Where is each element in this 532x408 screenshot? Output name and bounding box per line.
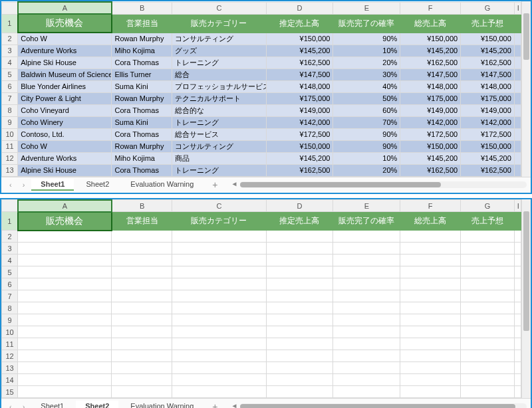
header-cell-probability[interactable]: 販売完了の確率 [333, 212, 400, 231]
cell[interactable]: ¥162,500 [266, 56, 333, 68]
cell[interactable] [112, 278, 172, 290]
cell[interactable] [514, 362, 521, 374]
horizontal-scrollbar-thumb[interactable] [240, 404, 515, 409]
cell[interactable] [18, 243, 112, 255]
cell[interactable] [514, 33, 521, 45]
hscroll-left-icon[interactable]: ◄ [231, 180, 237, 187]
cell[interactable] [461, 290, 515, 302]
cell[interactable] [514, 140, 521, 152]
header-cell-opportunity[interactable]: 販売機会 [18, 14, 112, 33]
cell[interactable] [18, 362, 112, 374]
horizontal-scrollbar-thumb[interactable] [240, 182, 440, 187]
cell[interactable] [461, 231, 515, 243]
row-header[interactable]: 8 [2, 302, 18, 314]
cell[interactable] [18, 314, 112, 326]
cell[interactable] [266, 278, 333, 290]
cell[interactable]: ¥150,000 [266, 33, 333, 45]
cell[interactable]: ¥147,500 [266, 68, 333, 80]
cell[interactable]: プロフェッショナルサービス [172, 80, 266, 92]
cell[interactable] [400, 278, 461, 290]
cell[interactable]: ¥147,500 [461, 68, 515, 80]
cell[interactable]: ¥175,000 [461, 92, 515, 104]
cell[interactable] [172, 386, 266, 398]
cell[interactable]: ¥145,200 [400, 152, 461, 164]
cell[interactable]: Miho Kojima [112, 45, 172, 56]
row-header[interactable]: 4 [2, 56, 18, 68]
cell[interactable] [400, 290, 461, 302]
cell[interactable] [18, 302, 112, 314]
cell[interactable]: ¥147,500 [400, 68, 461, 80]
row-header[interactable]: 13 [2, 362, 18, 374]
cell[interactable] [514, 266, 521, 278]
cell[interactable]: ¥150,000 [400, 33, 461, 45]
row-header[interactable]: 9 [2, 314, 18, 326]
cell[interactable] [461, 302, 515, 314]
cell[interactable] [333, 386, 400, 398]
cell[interactable] [112, 314, 172, 326]
cell[interactable] [172, 374, 266, 386]
cell[interactable]: Blue Yonder Airlines [18, 80, 112, 92]
cell[interactable] [400, 266, 461, 278]
cell[interactable] [172, 290, 266, 302]
cell[interactable] [514, 386, 521, 398]
cell[interactable] [18, 338, 112, 350]
header-cell-category[interactable]: 販売カテゴリー [172, 212, 266, 231]
cell[interactable] [172, 338, 266, 350]
cell[interactable]: トレーニング [172, 56, 266, 68]
tab-nav-next[interactable]: › [19, 403, 29, 409]
cell[interactable] [514, 255, 521, 266]
cell[interactable]: ¥145,200 [266, 45, 333, 56]
cell[interactable]: 20% [333, 56, 400, 68]
cell[interactable] [461, 338, 515, 350]
cell[interactable] [333, 374, 400, 386]
cell[interactable] [400, 243, 461, 255]
cell[interactable]: 90% [333, 33, 400, 45]
cell[interactable] [461, 326, 515, 338]
col-header-F[interactable]: F [400, 200, 461, 212]
cell[interactable] [400, 374, 461, 386]
cell[interactable]: Alpine Ski House [18, 56, 112, 68]
cell[interactable]: Baldwin Museum of Science [18, 68, 112, 80]
cell[interactable] [112, 326, 172, 338]
cell[interactable]: Contoso, Ltd. [18, 128, 112, 140]
sheet-tab[interactable]: Sheet2 [76, 401, 118, 409]
cell[interactable]: 30% [333, 68, 400, 80]
cell[interactable]: ¥148,000 [461, 80, 515, 92]
cell[interactable]: Rowan Murphy [112, 140, 172, 152]
hscroll-left-icon[interactable]: ◄ [231, 402, 237, 409]
col-header-F[interactable]: F [400, 2, 461, 14]
cell[interactable]: Rowan Murphy [112, 33, 172, 45]
row-header[interactable]: 12 [2, 350, 18, 362]
cell[interactable] [266, 290, 333, 302]
cell[interactable]: ¥162,500 [461, 56, 515, 68]
cell[interactable] [172, 362, 266, 374]
row-header[interactable]: 10 [2, 128, 18, 140]
cell[interactable] [266, 386, 333, 398]
cell[interactable] [18, 386, 112, 398]
cell[interactable] [514, 314, 521, 326]
cell[interactable] [172, 243, 266, 255]
cell[interactable]: 40% [333, 80, 400, 92]
cell[interactable]: コンサルティング [172, 140, 266, 152]
cell[interactable] [514, 302, 521, 314]
cell[interactable] [514, 278, 521, 290]
cell[interactable]: 商品 [172, 152, 266, 164]
cell[interactable] [333, 290, 400, 302]
cell[interactable] [514, 326, 521, 338]
cell[interactable] [514, 338, 521, 350]
cell[interactable] [461, 278, 515, 290]
cell[interactable] [266, 338, 333, 350]
cell[interactable] [514, 164, 521, 176]
cell[interactable]: ¥142,000 [400, 116, 461, 128]
cell[interactable]: ¥162,500 [461, 164, 515, 176]
cell[interactable] [461, 243, 515, 255]
col-header-C[interactable]: C [172, 2, 266, 14]
cell[interactable]: 50% [333, 92, 400, 104]
header-cell-total[interactable]: 総売上高 [400, 212, 461, 231]
cell[interactable] [514, 243, 521, 255]
sheet-tab[interactable]: Sheet2 [76, 179, 118, 191]
cell[interactable] [18, 374, 112, 386]
row-header[interactable]: 14 [2, 374, 18, 386]
cell[interactable] [514, 116, 521, 128]
cell[interactable] [266, 350, 333, 362]
